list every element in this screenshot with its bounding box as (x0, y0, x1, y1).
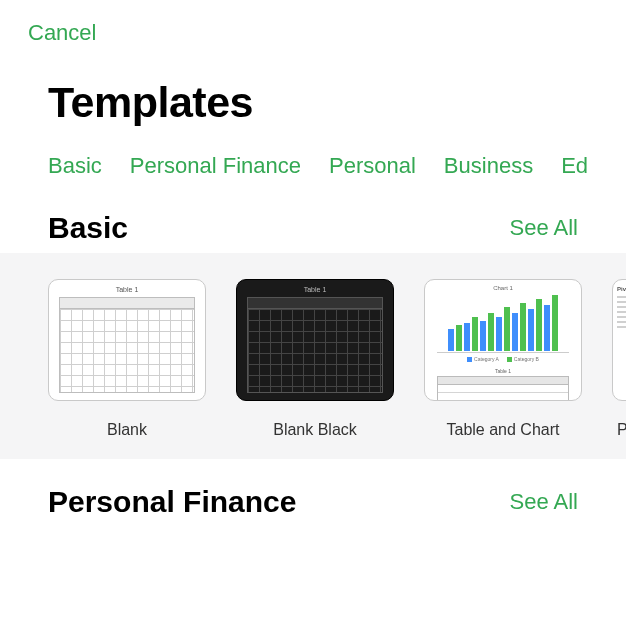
template-label: Table and Chart (447, 421, 560, 439)
template-table-and-chart[interactable]: Chart 1 Category A Category B T (424, 279, 582, 439)
thumbnail-table-and-chart: Chart 1 Category A Category B T (424, 279, 582, 401)
thumbnail-pivot: Pivot T (612, 279, 626, 401)
thumbnail-blank-black: Table 1 (236, 279, 394, 401)
tab-basic[interactable]: Basic (48, 153, 102, 179)
template-label: Piv (617, 421, 626, 439)
tab-personal-finance[interactable]: Personal Finance (130, 153, 301, 179)
section-title-basic: Basic (48, 211, 128, 245)
section-title-personal-finance: Personal Finance (48, 485, 296, 519)
template-blank[interactable]: Table 1 Blank (48, 279, 206, 439)
see-all-personal-finance-button[interactable]: See All (510, 489, 579, 515)
section-personal-finance: Personal Finance See All (0, 459, 626, 519)
see-all-basic-button[interactable]: See All (510, 215, 579, 241)
template-pivot[interactable]: Pivot T Piv (612, 279, 626, 439)
thumbnail-blank: Table 1 (48, 279, 206, 401)
category-tabs: Basic Personal Finance Personal Business… (0, 127, 626, 193)
template-label: Blank Black (273, 421, 357, 439)
template-row-basic[interactable]: Table 1 Blank Table 1 Blank Black Chart … (0, 279, 626, 439)
cancel-button[interactable]: Cancel (28, 20, 96, 46)
section-basic: Basic See All Table 1 Blank Table 1 Blan… (0, 211, 626, 459)
tab-personal[interactable]: Personal (329, 153, 416, 179)
template-blank-black[interactable]: Table 1 Blank Black (236, 279, 394, 439)
tab-business[interactable]: Business (444, 153, 533, 179)
tab-education[interactable]: Ed (561, 153, 588, 179)
template-label: Blank (107, 421, 147, 439)
page-title: Templates (0, 46, 626, 127)
